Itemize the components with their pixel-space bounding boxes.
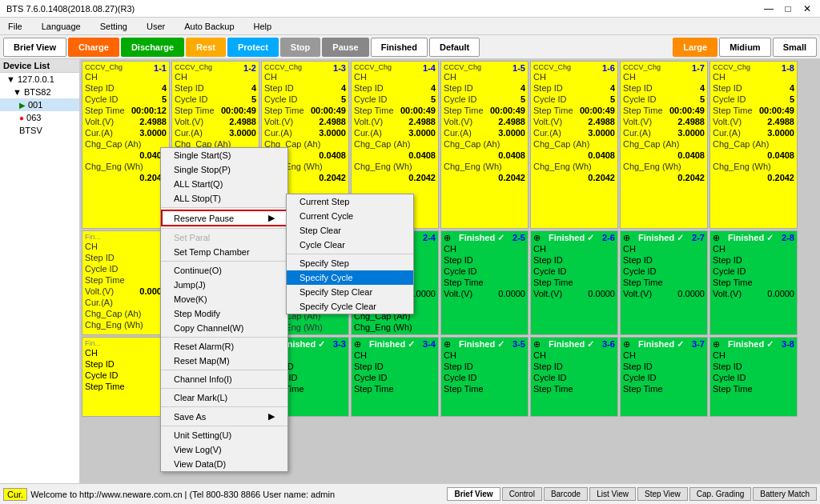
menu-autobackup[interactable]: Auto Backup xyxy=(179,20,239,33)
channel-card-2-5[interactable]: ⊕ Finished ✓ 2-5 CH Step ID Cycle ID Ste… xyxy=(440,230,529,335)
channel-card-3-1[interactable]: Fin... CH Step ID Cycle ID Step Time xyxy=(82,337,170,417)
tab-charge[interactable]: Charge xyxy=(68,38,119,57)
channel-card-3-5[interactable]: ⊕ Finished ✓ 3-5 CH Step ID Cycle ID Ste… xyxy=(440,337,529,417)
sub-menu-current-cycle[interactable]: Current Cycle xyxy=(287,209,413,223)
titlebar: BTS 7.6.0.1408(2018.08.27)(R3) — □ ✕ xyxy=(0,0,820,18)
menu-view-data[interactable]: View Data(D) xyxy=(161,457,287,471)
close-button[interactable]: ✕ xyxy=(801,3,814,14)
cur-button[interactable]: Cur. xyxy=(3,488,27,501)
status-tab-list-view[interactable]: List View xyxy=(589,487,636,501)
titlebar-controls: — □ ✕ xyxy=(762,3,814,14)
toolbar: Brief View Charge Discharge Rest Protect… xyxy=(0,35,820,59)
menu-copy-channel[interactable]: Copy Channel(W) xyxy=(161,321,287,335)
menu-reserve-pause[interactable]: Reserve Pause ▶ xyxy=(161,210,287,226)
menu-clear-mark[interactable]: Clear Mark(L) xyxy=(161,390,287,405)
channel-card-3-8[interactable]: ⊕ Finished ✓ 3-8 CH Step ID Cycle ID Ste… xyxy=(709,337,798,417)
channel-card-1-1[interactable]: CCCV_Chg1-1 CH Step ID4 Cycle ID5 Step T… xyxy=(82,61,170,229)
channel-card-3-6[interactable]: ⊕ Finished ✓ 3-6 CH Step ID Cycle ID Ste… xyxy=(530,337,618,417)
main-layout: Device List ▼ 127.0.0.1 ▼ BTS82 ▶ 001 ● … xyxy=(0,59,820,483)
tab-protect[interactable]: Protect xyxy=(227,38,279,57)
tab-midium[interactable]: Midium xyxy=(719,38,771,57)
sidebar-item-btsv[interactable]: BTSV xyxy=(0,124,79,137)
menu-sep-8 xyxy=(161,426,287,426)
sub-menu-current-step[interactable]: Current Step xyxy=(287,194,413,209)
menu-sep-4 xyxy=(161,337,287,338)
channel-card-1-5[interactable]: CCCV_Chg1-5 CH Step ID4 Cycle ID5 Step T… xyxy=(440,61,529,229)
tab-large[interactable]: Large xyxy=(673,38,718,57)
menu-all-start[interactable]: ALL Start(Q) xyxy=(161,177,287,191)
channel-card-2-1[interactable]: Fin... CH Step ID Cycle ID Step Time Vol… xyxy=(82,230,170,335)
arrow-down-icon: ▼ xyxy=(6,74,15,84)
status-tab-control[interactable]: Control xyxy=(502,487,542,501)
channel-card-3-4[interactable]: ⊕ Finished ✓ 3-4 CH Step ID Cycle ID Ste… xyxy=(351,337,439,417)
sub-context-menu: Current Step Current Cycle Step Clear Cy… xyxy=(286,194,414,314)
tab-brief-view[interactable]: Brief View xyxy=(3,38,66,57)
submenu-arrow-icon: ▶ xyxy=(268,213,275,223)
minimize-button[interactable]: — xyxy=(762,3,775,14)
menu-reset-map[interactable]: Reset Map(M) xyxy=(161,354,287,368)
sidebar-item-ip[interactable]: ▼ 127.0.0.1 xyxy=(0,73,79,86)
sub-menu-specify-step-clear[interactable]: Specify Step Clear xyxy=(287,285,413,299)
menu-channel-info[interactable]: Channel Info(I) xyxy=(161,372,287,386)
tab-discharge[interactable]: Discharge xyxy=(121,38,184,57)
tab-stop[interactable]: Stop xyxy=(280,38,320,57)
maximize-button[interactable]: □ xyxy=(782,3,794,14)
status-tab-cap-grading[interactable]: Cap. Grading xyxy=(689,487,751,501)
status-tab-step-view[interactable]: Step View xyxy=(637,487,688,501)
status-info: Welcome to http://www.neware.com.cn | (T… xyxy=(30,490,444,499)
tab-pause[interactable]: Pause xyxy=(322,38,368,57)
sidebar-item-bts82[interactable]: ▼ BTS82 xyxy=(0,86,79,98)
tab-finished[interactable]: Finished xyxy=(371,38,428,57)
sidebar-title: Device List xyxy=(0,59,79,73)
sub-menu-step-clear[interactable]: Step Clear xyxy=(287,223,413,238)
menu-user[interactable]: User xyxy=(142,20,170,33)
channel-card-1-8[interactable]: CCCV_Chg1-8 CH Step ID4 Cycle ID5 Step T… xyxy=(709,61,798,229)
menu-help[interactable]: Help xyxy=(249,20,277,33)
status-tab-brief-view[interactable]: Brief View xyxy=(447,487,500,501)
menu-sep-1 xyxy=(161,207,287,208)
submenu-arrow-2-icon: ▶ xyxy=(268,411,275,422)
menu-setting[interactable]: Setting xyxy=(95,20,132,33)
tab-default[interactable]: Default xyxy=(429,38,480,57)
menu-save-as[interactable]: Save As ▶ xyxy=(161,409,287,424)
sidebar-item-001[interactable]: ▶ 001 xyxy=(0,98,79,111)
context-menu: Single Start(S) Single Stop(P) ALL Start… xyxy=(160,147,288,472)
menu-unit-setting[interactable]: Unit Setting(U) xyxy=(161,428,287,442)
content-area: CCCV_Chg1-1 CH Step ID4 Cycle ID5 Step T… xyxy=(80,59,820,483)
channel-card-2-6[interactable]: ⊕ Finished ✓ 2-6 CH Step ID Cycle ID Ste… xyxy=(530,230,618,335)
red-dot-icon: ● xyxy=(19,114,24,122)
menubar: File Language Setting User Auto Backup H… xyxy=(0,18,820,35)
sub-menu-specify-step[interactable]: Specify Step xyxy=(287,256,413,270)
channel-card-1-7[interactable]: CCCV_Chg1-7 CH Step ID4 Cycle ID5 Step T… xyxy=(620,61,708,229)
menu-reset-alarm[interactable]: Reset Alarm(R) xyxy=(161,339,287,354)
menu-step-modify[interactable]: Step Modify xyxy=(161,306,287,321)
play-icon: ▶ xyxy=(19,101,26,110)
menu-language[interactable]: Language xyxy=(37,20,86,33)
sub-menu-specify-cycle[interactable]: Specify Cycle xyxy=(287,270,413,285)
menu-all-stop[interactable]: ALL Stop(T) xyxy=(161,191,287,206)
menu-file[interactable]: File xyxy=(3,20,27,33)
status-tab-barcode[interactable]: Barcode xyxy=(544,487,588,501)
status-tab-battery-match[interactable]: Battery Match xyxy=(753,487,817,501)
tab-small[interactable]: Small xyxy=(773,38,817,57)
channel-card-2-8[interactable]: ⊕ Finished ✓ 2-8 CH Step ID Cycle ID Ste… xyxy=(709,230,798,335)
menu-view-log[interactable]: View Log(V) xyxy=(161,442,287,457)
menu-sep-2 xyxy=(161,228,287,229)
sidebar-item-063[interactable]: ● 063 xyxy=(0,111,79,124)
sub-menu-specify-cycle-clear[interactable]: Specify Cycle Clear xyxy=(287,299,413,314)
menu-single-start[interactable]: Single Start(S) xyxy=(161,148,287,162)
menu-move[interactable]: Move(K) xyxy=(161,292,287,306)
sub-menu-sep-1 xyxy=(287,254,413,254)
menu-single-stop[interactable]: Single Stop(P) xyxy=(161,162,287,177)
channel-card-3-7[interactable]: ⊕ Finished ✓ 3-7 CH Step ID Cycle ID Ste… xyxy=(620,337,708,417)
menu-set-temp[interactable]: Set Temp Chamber xyxy=(161,245,287,259)
menu-continue[interactable]: Continue(O) xyxy=(161,263,287,278)
menu-jump[interactable]: Jump(J) xyxy=(161,278,287,292)
channel-card-1-6[interactable]: CCCV_Chg1-6 CH Step ID4 Cycle ID5 Step T… xyxy=(530,61,618,229)
sub-menu-cycle-clear[interactable]: Cycle Clear xyxy=(287,238,413,252)
titlebar-title: BTS 7.6.0.1408(2018.08.27)(R3) xyxy=(6,4,135,14)
menu-sep-7 xyxy=(161,406,287,407)
channel-card-2-7[interactable]: ⊕ Finished ✓ 2-7 CH Step ID Cycle ID Ste… xyxy=(620,230,708,335)
tab-rest[interactable]: Rest xyxy=(186,38,226,57)
menu-sep-3 xyxy=(161,261,287,262)
